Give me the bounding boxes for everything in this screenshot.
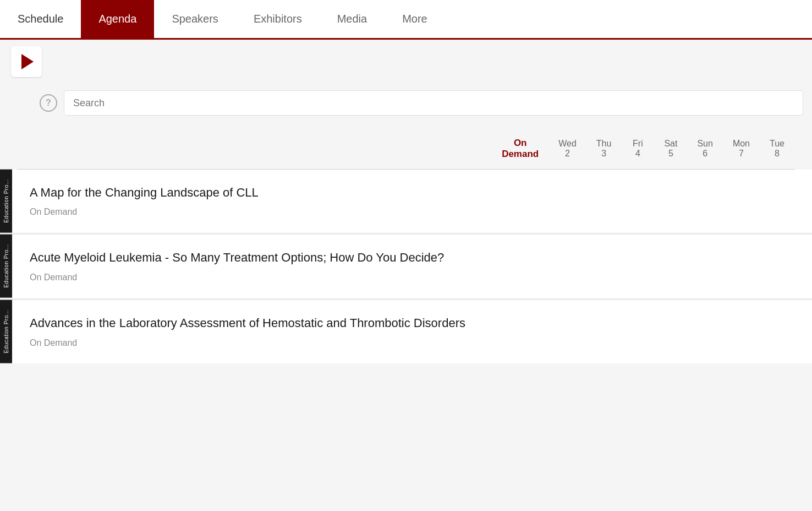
day-name: Sun <box>697 139 712 149</box>
day-num: 2 <box>565 149 570 159</box>
session-item[interactable]: Education Pro...A Map for the Changing L… <box>0 170 812 233</box>
filter-day-fri[interactable]: Fri 4 <box>621 134 654 163</box>
day-name: Sat <box>664 139 677 149</box>
day-num: 8 <box>775 149 780 159</box>
day-name: Tue <box>770 139 784 149</box>
play-button[interactable] <box>11 46 42 77</box>
filter-day-wed[interactable]: Wed 2 <box>548 134 586 163</box>
day-filter: OnDemand Wed 2Thu 3Fri 4Sat 5Sun 6Mon 7T… <box>0 122 812 169</box>
nav-item-speakers[interactable]: Speakers <box>154 0 236 38</box>
session-title: Acute Myeloid Leukemia - So Many Treatme… <box>30 250 790 266</box>
filter-day-sat[interactable]: Sat 5 <box>654 134 687 163</box>
nav-item-agenda[interactable]: Agenda <box>81 0 154 38</box>
session-title: A Map for the Changing Landscape of CLL <box>30 185 790 201</box>
help-text: ? <box>46 98 51 108</box>
nav-item-exhibitors[interactable]: Exhibitors <box>236 0 320 38</box>
filter-day-mon[interactable]: Mon 7 <box>723 134 760 163</box>
search-area: ? <box>0 84 812 122</box>
session-content: A Map for the Changing Landscape of CLLO… <box>12 170 812 233</box>
day-name: Wed <box>558 139 577 149</box>
filter-day-thu[interactable]: Thu 3 <box>586 134 622 163</box>
session-sidebar-label: Education Pro... <box>0 170 12 233</box>
day-num: 4 <box>635 149 640 159</box>
day-num: 6 <box>703 149 707 159</box>
filter-on-demand[interactable]: OnDemand <box>492 133 548 165</box>
day-num: 5 <box>668 149 673 159</box>
session-content: Acute Myeloid Leukemia - So Many Treatme… <box>12 235 812 298</box>
search-input[interactable] <box>64 90 803 116</box>
session-item[interactable]: Education Pro...Advances in the Laborato… <box>0 300 812 363</box>
day-num: 3 <box>601 149 606 159</box>
session-title: Advances in the Laboratory Assessment of… <box>30 316 790 331</box>
nav-item-more[interactable]: More <box>385 0 445 38</box>
day-num: 7 <box>739 149 744 159</box>
play-area <box>0 40 812 84</box>
day-name: Mon <box>733 139 750 149</box>
nav-item-media[interactable]: Media <box>320 0 385 38</box>
session-list: Education Pro...A Map for the Changing L… <box>0 170 812 363</box>
session-content: Advances in the Laboratory Assessment of… <box>12 300 812 363</box>
session-sidebar-label: Education Pro... <box>0 300 12 363</box>
play-icon <box>21 54 34 69</box>
session-date: On Demand <box>30 273 790 282</box>
filter-day-sun[interactable]: Sun 6 <box>687 134 722 163</box>
day-name: Thu <box>596 139 612 149</box>
session-date: On Demand <box>30 207 790 217</box>
filter-day-tue[interactable]: Tue 8 <box>760 134 794 163</box>
day-name: Fri <box>633 139 643 149</box>
top-navigation: ScheduleAgendaSpeakersExhibitorsMediaMor… <box>0 0 812 40</box>
nav-item-schedule[interactable]: Schedule <box>0 0 81 38</box>
help-icon[interactable]: ? <box>40 94 57 112</box>
session-sidebar-label: Education Pro... <box>0 235 12 298</box>
session-item[interactable]: Education Pro...Acute Myeloid Leukemia -… <box>0 235 812 298</box>
session-date: On Demand <box>30 338 790 348</box>
